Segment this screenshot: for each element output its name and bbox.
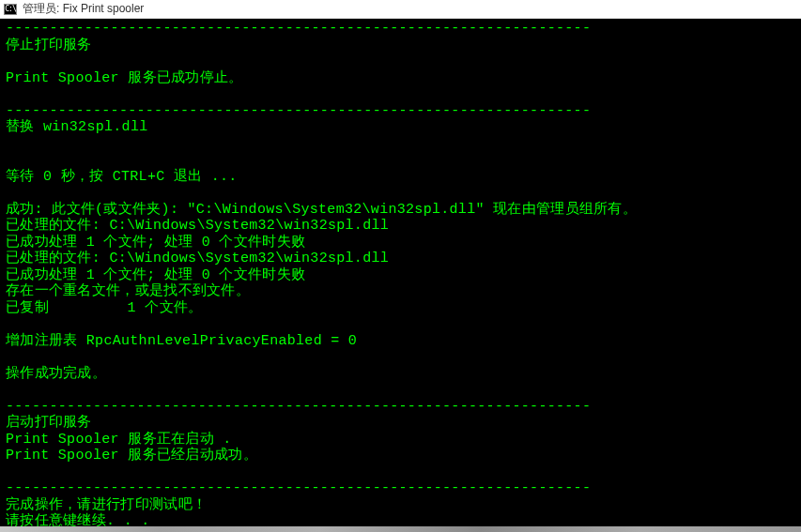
desktop-bottom-sliver <box>0 526 801 532</box>
command-prompt-window: C:\ 管理员: Fix Print spooler -------------… <box>0 0 801 532</box>
window-title: 管理员: Fix Print spooler <box>23 1 144 17</box>
cmd-icon: C:\ <box>4 4 17 15</box>
console-output[interactable]: ----------------------------------------… <box>0 19 801 526</box>
titlebar[interactable]: C:\ 管理员: Fix Print spooler <box>0 0 801 19</box>
